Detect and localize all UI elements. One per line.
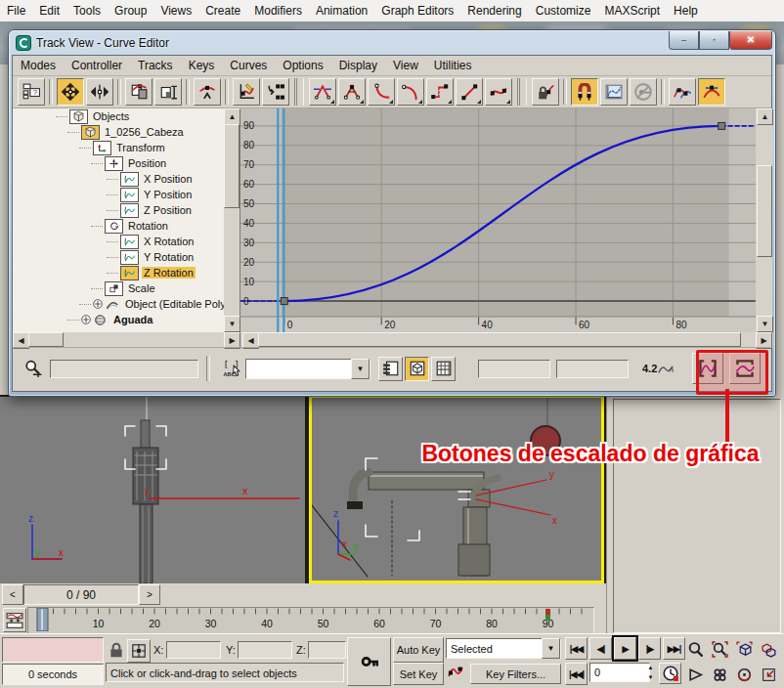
viewport-front[interactable]: xyzxy (0, 397, 305, 583)
tree-item-position[interactable]: Position (13, 155, 240, 171)
move-keys-button[interactable] (57, 78, 84, 106)
timeline-key[interactable] (545, 609, 550, 621)
zoom-button[interactable] (684, 638, 706, 660)
previous-frame-button[interactable]: ◀| (589, 637, 612, 660)
current-frame-field[interactable]: 0 (589, 663, 650, 682)
next-frame-button[interactable]: |▶ (638, 637, 661, 660)
zoom-selected-object-button[interactable] (22, 357, 45, 380)
go-to-start-button[interactable]: |◀◀ (565, 637, 588, 660)
tree-horizontal-scrollbar[interactable]: ◀ ▶ (13, 332, 240, 347)
set-tangents-smooth-button[interactable] (485, 78, 512, 106)
selection-set-dropdown[interactable]: Selected ▼ (446, 638, 561, 659)
tv-menu-curves[interactable]: Curves (222, 59, 275, 72)
menu-edit[interactable]: Edit (32, 1, 66, 22)
selection-name-field[interactable] (50, 360, 198, 378)
tree-item-z-rotation[interactable]: Z Rotation (13, 265, 240, 280)
key-value-field[interactable] (556, 360, 629, 378)
tree-item-x-position[interactable]: X Position (13, 171, 240, 187)
menu-views[interactable]: Views (153, 1, 198, 22)
next-time-button[interactable]: > (139, 584, 160, 605)
viewport-perspective-active[interactable]: yxzyx (309, 395, 604, 583)
close-button[interactable]: ✕ (729, 31, 772, 50)
go-to-end-button[interactable]: ▶▶| (663, 637, 685, 660)
menu-customize[interactable]: Customize (529, 1, 598, 22)
default-in-out-tangents-button[interactable] (446, 664, 465, 681)
track-view-titlebar[interactable]: Track View - Curve Editor – ▫ ✕ (12, 30, 772, 55)
minimize-button[interactable]: – (669, 31, 699, 50)
zoom-all-button[interactable] (709, 638, 730, 660)
maxscript-mini-listener[interactable] (2, 637, 104, 663)
previous-time-button[interactable]: < (2, 584, 23, 605)
y-coordinate-field[interactable] (238, 641, 292, 659)
tree-item-object-editable-poly-[interactable]: Object (Editable Poly) (13, 296, 240, 312)
zoom-extents-all-button[interactable] (758, 638, 779, 660)
set-tangents-fast-button[interactable] (368, 78, 395, 106)
tree-item-objects[interactable]: Objects (13, 108, 240, 124)
key-time-field[interactable] (478, 360, 550, 378)
tv-menu-utilities[interactable]: Utilities (426, 59, 480, 72)
tree-item-transform[interactable]: Transform (13, 140, 240, 155)
min-max-toggle-button[interactable] (758, 664, 779, 685)
tree-item-z-position[interactable]: Z Position (13, 202, 240, 218)
show-keyable-icons-button[interactable] (630, 78, 657, 106)
x-coordinate-field[interactable] (166, 641, 221, 659)
time-tag-field[interactable]: 0 seconds (2, 664, 104, 685)
menu-file[interactable]: File (0, 1, 32, 22)
selection-lock-icon[interactable] (108, 641, 125, 659)
dope-window-button[interactable] (431, 357, 456, 381)
time-slider[interactable] (37, 608, 48, 631)
set-tangents-slow-button[interactable] (397, 78, 424, 106)
edit-track-set-button[interactable]: [ ]ABC (219, 356, 244, 381)
menu-maxscript[interactable]: MAXScript (597, 1, 667, 22)
parameter-out-of-range-button[interactable] (600, 78, 628, 106)
snap-frames-button[interactable] (571, 78, 598, 106)
graph-vertical-scrollbar[interactable]: ▲ ▼ (756, 108, 772, 332)
menu-help[interactable]: Help (667, 1, 705, 22)
pan-button[interactable] (709, 664, 730, 685)
track-view-window[interactable]: Track View - Curve Editor – ▫ ✕ ModesCon… (8, 29, 776, 397)
curve-window-button[interactable] (405, 357, 429, 381)
absolute-offset-mode-button[interactable] (127, 639, 151, 663)
set-key-button[interactable]: Set Key (393, 663, 444, 685)
tv-menu-view[interactable]: View (385, 59, 426, 72)
tv-menu-tracks[interactable]: Tracks (130, 59, 181, 72)
menu-create[interactable]: Create (198, 1, 247, 22)
key-window-button[interactable] (378, 357, 403, 381)
tree-item-scale[interactable]: Scale (13, 280, 240, 296)
track-set-dropdown-arrow-icon[interactable]: ▼ (351, 359, 370, 379)
frame-spinner[interactable]: ▲▼ (645, 663, 656, 682)
set-tangents-auto-button[interactable] (309, 78, 336, 106)
animation-key[interactable] (281, 298, 287, 305)
track-set-dropdown[interactable]: ▼ (245, 359, 370, 379)
menu-rendering[interactable]: Rendering (460, 1, 528, 22)
set-tangents-step-button[interactable] (426, 78, 454, 106)
tv-menu-display[interactable]: Display (331, 59, 385, 72)
menu-graph-editors[interactable]: Graph Editors (374, 1, 460, 22)
animation-key[interactable] (719, 122, 725, 129)
menu-tools[interactable]: Tools (66, 1, 108, 22)
key-filters-button[interactable]: Key Filters... (470, 664, 561, 684)
tv-menu-modes[interactable]: Modes (13, 59, 64, 72)
maximize-button[interactable]: ▫ (699, 31, 729, 50)
expand-icon[interactable] (93, 299, 103, 309)
tree-item-y-rotation[interactable]: Y Rotation (13, 249, 240, 265)
filters-button[interactable]: ? (18, 78, 45, 106)
time-configuration-button[interactable] (659, 663, 681, 684)
tree-item-y-position[interactable]: Y Position (13, 187, 240, 202)
lock-selection-button[interactable] (532, 78, 559, 106)
show-tangents-button[interactable] (669, 78, 696, 106)
tree-item-1-0256-cabeza[interactable]: 1_0256_Cabeza (13, 124, 240, 140)
menu-group[interactable]: Group (108, 1, 153, 22)
reduce-keys-button[interactable] (262, 78, 289, 106)
tv-menu-options[interactable]: Options (275, 59, 330, 72)
dropdown-arrow-icon[interactable]: ▼ (542, 638, 560, 659)
field-of-view-button[interactable] (684, 664, 706, 685)
open-mini-curve-editor-button[interactable] (3, 608, 26, 632)
add-keys-button[interactable] (194, 78, 221, 106)
menu-animation[interactable]: Animation (309, 1, 374, 22)
auto-key-button[interactable]: Auto Key (393, 637, 444, 663)
menu-modifiers[interactable]: Modifiers (247, 1, 309, 22)
curve-graph[interactable]: 0102030405060708090020406080 (240, 108, 756, 332)
slide-keys-button[interactable] (125, 78, 152, 106)
arc-rotate-button[interactable] (733, 664, 755, 685)
